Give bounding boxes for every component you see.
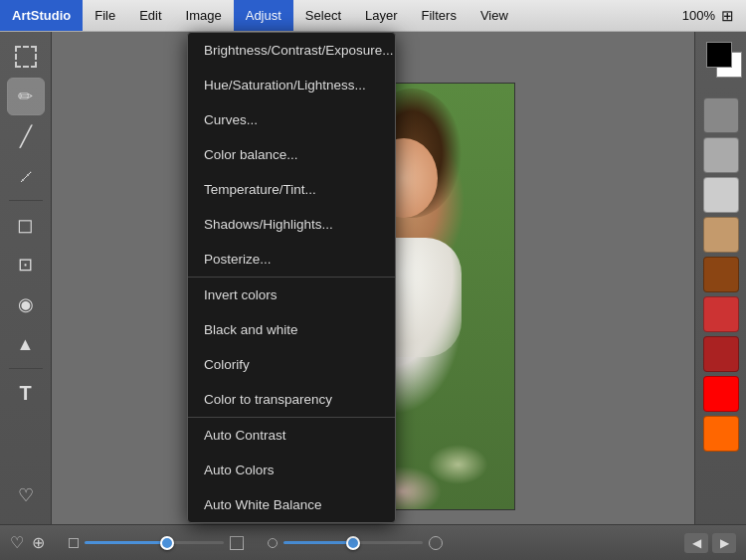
menu-invert[interactable]: Invert colors	[188, 278, 395, 312]
menu-select[interactable]: Select	[293, 0, 353, 31]
menu-bar: ArtStudio File Edit Image Adjust Select …	[0, 0, 746, 32]
color-swatch-tan[interactable]	[703, 217, 739, 253]
foreground-color-swatch[interactable]	[706, 42, 732, 68]
menu-view[interactable]: View	[468, 0, 520, 31]
nav-back-button[interactable]: ◀	[684, 533, 708, 553]
color-swatch-orange[interactable]	[703, 416, 739, 452]
color-swatch-gray-mid[interactable]	[703, 137, 739, 173]
stamp-icon: ⊡	[18, 254, 33, 276]
left-toolbar: ✏ ╱ ⟋ ◻ ⊡ ◉ ▲ T ♡ ⊕	[0, 32, 52, 560]
toolbar-separator-1	[9, 200, 43, 201]
opacity-min-icon	[69, 538, 79, 548]
right-panel	[694, 32, 746, 560]
tool-heart[interactable]: ♡	[7, 476, 45, 514]
menu-posterize[interactable]: Posterize...	[188, 242, 395, 277]
nav-arrows: ◀ ▶	[684, 533, 736, 553]
menu-curves[interactable]: Curves...	[188, 102, 395, 137]
color-swatch-brown[interactable]	[703, 257, 739, 292]
adjust-section-2: Invert colors Black and white Colorify C…	[188, 278, 395, 418]
opacity-slider[interactable]	[85, 541, 224, 544]
menu-auto-wb[interactable]: Auto White Balance	[188, 487, 395, 522]
menu-bw[interactable]: Black and white	[188, 312, 395, 347]
menu-temperature[interactable]: Temperature/Tint...	[188, 172, 395, 207]
menu-color-balance[interactable]: Color balance...	[188, 137, 395, 172]
size-slider[interactable]	[283, 541, 423, 544]
color-swatch-gray-dark[interactable]	[703, 97, 739, 133]
menu-adjust[interactable]: Adjust	[234, 0, 293, 31]
text-icon: T	[19, 382, 31, 405]
zoom-level: 100% ⊞	[670, 7, 746, 25]
fill-icon: ▲	[17, 334, 35, 355]
toolbar-separator-2	[9, 368, 43, 369]
menu-image[interactable]: Image	[174, 0, 234, 31]
color-swatch-red-darker[interactable]	[703, 336, 739, 372]
menu-file[interactable]: File	[83, 0, 127, 31]
menu-filters[interactable]: Filters	[410, 0, 468, 31]
menu-artstudio[interactable]: ArtStudio	[0, 0, 83, 31]
layers-bottom-icon[interactable]: ⊕	[32, 533, 45, 552]
tool-stamp[interactable]: ⊡	[7, 246, 45, 283]
adjust-section-1: Brightness/Contrast/Exposure... Hue/Satu…	[188, 33, 395, 278]
tool-pen[interactable]: ✏	[7, 78, 45, 115]
smear-icon: ◉	[18, 293, 34, 315]
color-swatch-red-dark[interactable]	[703, 296, 739, 332]
opacity-max-icon	[230, 536, 244, 550]
eraser-icon: ◻	[17, 213, 34, 237]
brush-icon: ╱	[20, 124, 32, 148]
heart-icon: ♡	[18, 484, 34, 506]
adjust-section-3: Auto Contrast Auto Colors Auto White Bal…	[188, 418, 395, 522]
menu-auto-contrast[interactable]: Auto Contrast	[188, 418, 395, 453]
zoom-icon: ⊞	[721, 7, 734, 25]
tool-fill[interactable]: ▲	[7, 325, 45, 363]
pen-icon: ✏	[18, 86, 33, 107]
tool-smear[interactable]: ◉	[7, 285, 45, 323]
tool-text[interactable]: T	[7, 374, 45, 412]
opacity-slider-container	[69, 536, 244, 550]
marquee-icon	[15, 46, 37, 68]
size-max-icon	[429, 536, 443, 550]
menu-edit[interactable]: Edit	[127, 0, 173, 31]
line-icon: ⟋	[16, 165, 36, 188]
nav-forward-button[interactable]: ▶	[712, 533, 736, 553]
tool-line[interactable]: ⟋	[7, 157, 45, 195]
bottom-bar: ♡ ⊕ ◀ ▶	[0, 524, 746, 560]
menu-hue[interactable]: Hue/Saturation/Lightness...	[188, 68, 395, 102]
menu-layer[interactable]: Layer	[353, 0, 410, 31]
menu-colorify[interactable]: Colorify	[188, 347, 395, 382]
color-swatch-red[interactable]	[703, 376, 739, 412]
menu-auto-colors[interactable]: Auto Colors	[188, 453, 395, 487]
fg-bg-swatches[interactable]	[702, 38, 740, 88]
menu-color-transparency[interactable]: Color to transparency	[188, 382, 395, 417]
menu-shadows[interactable]: Shadows/Highlights...	[188, 207, 395, 242]
tool-eraser[interactable]: ◻	[7, 206, 45, 244]
color-swatch-gray-light[interactable]	[703, 177, 739, 213]
heart-bottom-icon[interactable]: ♡	[10, 533, 24, 552]
size-min-icon	[268, 538, 278, 548]
tool-marquee[interactable]	[7, 38, 45, 76]
tool-brush[interactable]: ╱	[7, 117, 45, 155]
adjust-dropdown-menu: Brightness/Contrast/Exposure... Hue/Satu…	[187, 32, 396, 523]
menu-brightness[interactable]: Brightness/Contrast/Exposure...	[188, 33, 395, 68]
size-slider-container	[268, 536, 443, 550]
